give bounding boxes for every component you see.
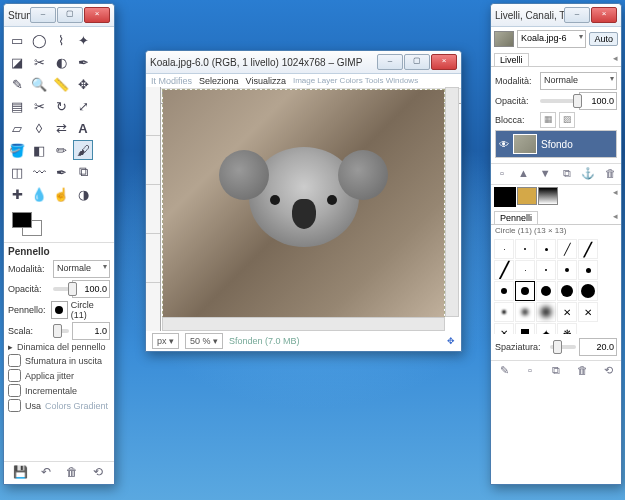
maximize-button[interactable]: ▢ xyxy=(57,7,83,23)
mode-dropdown[interactable]: Normale xyxy=(53,260,110,278)
wand-tool[interactable]: ✦ xyxy=(73,30,93,50)
edit-brush-icon[interactable]: ✎ xyxy=(497,364,511,378)
duplicate-layer-icon[interactable]: ⧉ xyxy=(560,167,574,181)
brush-item[interactable]: ✕ xyxy=(578,302,598,322)
close-button[interactable]: × xyxy=(431,54,457,70)
clone-tool[interactable]: ⧉ xyxy=(73,162,93,182)
unit-dropdown[interactable]: px ▾ xyxy=(152,333,179,349)
brush-item[interactable] xyxy=(515,260,535,280)
text-tool[interactable]: A xyxy=(73,118,93,138)
channel-tab-black[interactable] xyxy=(494,187,516,207)
flip-tool[interactable]: ⇄ xyxy=(51,118,71,138)
menu-select[interactable]: Seleziona xyxy=(199,76,239,86)
paintbrush-tool[interactable]: 🖌 xyxy=(73,140,93,160)
brush-item[interactable] xyxy=(557,281,577,301)
jitter-checkbox[interactable] xyxy=(8,369,21,382)
layer-row[interactable]: 👁 Sfondo xyxy=(496,131,616,157)
brush-item[interactable] xyxy=(536,302,556,322)
canvas[interactable] xyxy=(162,89,445,329)
toolbox-titlebar[interactable]: Strumenti – ▢ × xyxy=(4,4,114,27)
restore-options-icon[interactable]: ↶ xyxy=(39,465,53,479)
fade-checkbox[interactable] xyxy=(8,354,21,367)
brush-item[interactable] xyxy=(578,260,598,280)
new-brush-icon[interactable]: ▫ xyxy=(523,364,537,378)
brush-dynamics-expand[interactable]: ▸Dinamica del pennello xyxy=(8,342,110,352)
scissors-tool[interactable]: ✂ xyxy=(29,52,49,72)
image-select-dropdown[interactable]: Koala.jpg-6 xyxy=(517,30,586,48)
brush-item[interactable] xyxy=(515,302,535,322)
scrollbar-vertical[interactable] xyxy=(445,87,459,317)
brush-item[interactable] xyxy=(494,302,514,322)
airbrush-tool[interactable]: 〰 xyxy=(29,162,49,182)
brush-preview-icon[interactable] xyxy=(51,301,68,319)
brush-item[interactable] xyxy=(515,239,535,259)
tab-menu-icon[interactable]: ◂ xyxy=(613,53,618,66)
tab-layers[interactable]: Livelli xyxy=(494,53,529,66)
brush-item[interactable] xyxy=(557,260,577,280)
brush-item-selected[interactable] xyxy=(515,281,535,301)
brush-item[interactable]: ✕ xyxy=(557,302,577,322)
lock-alpha-icon[interactable]: ▨ xyxy=(559,112,575,128)
rect-select-tool[interactable]: ▭ xyxy=(7,30,27,50)
lasso-tool[interactable]: ⌇ xyxy=(51,30,71,50)
brush-item[interactable] xyxy=(536,281,556,301)
close-button[interactable]: × xyxy=(84,7,110,23)
anchor-layer-icon[interactable]: ⚓ xyxy=(581,167,595,181)
ink-tool[interactable]: ✒ xyxy=(51,162,71,182)
raise-layer-icon[interactable]: ▲ xyxy=(516,167,530,181)
color-select-tool[interactable]: ◪ xyxy=(7,52,27,72)
color-swatch[interactable] xyxy=(10,210,50,240)
scale-input[interactable] xyxy=(72,322,110,340)
minimize-button[interactable]: – xyxy=(564,7,590,23)
duplicate-brush-icon[interactable]: ⧉ xyxy=(549,364,563,378)
heal-tool[interactable]: ✚ xyxy=(7,184,27,204)
foreground-select-tool[interactable]: ◐ xyxy=(51,52,71,72)
refresh-brush-icon[interactable]: ⟲ xyxy=(601,364,615,378)
bucket-fill-tool[interactable]: 🪣 xyxy=(7,140,27,160)
dock-titlebar[interactable]: Livelli, Canali, Tracciati, Annulla – P.… xyxy=(491,4,621,27)
zoom-tool[interactable]: 🔍 xyxy=(29,74,49,94)
brush-item[interactable] xyxy=(515,323,535,334)
blur-tool[interactable]: 💧 xyxy=(29,184,49,204)
menu-view[interactable]: Visualizza xyxy=(246,76,286,86)
lower-layer-icon[interactable]: ▼ xyxy=(538,167,552,181)
nav-icon[interactable]: ✥ xyxy=(447,336,455,346)
visibility-eye-icon[interactable]: 👁 xyxy=(499,139,509,150)
lock-pixels-icon[interactable]: ▦ xyxy=(540,112,556,128)
delete-brush-icon[interactable]: 🗑 xyxy=(575,364,589,378)
pencil-tool[interactable]: ✏ xyxy=(51,140,71,160)
brush-item[interactable]: ❋ xyxy=(557,323,577,334)
brush-item[interactable]: ✕ xyxy=(494,323,514,334)
brush-item[interactable] xyxy=(536,260,556,280)
brush-item[interactable]: ✦ xyxy=(536,323,556,334)
perspective-tool[interactable]: ◊ xyxy=(29,118,49,138)
layer-opacity-input[interactable] xyxy=(579,92,617,110)
image-titlebar[interactable]: Koala.jpg-6.0 (RGB, 1 livello) 1024x768 … xyxy=(146,51,461,74)
scale-tool[interactable]: ⤢ xyxy=(73,96,93,116)
incremental-checkbox[interactable] xyxy=(8,384,21,397)
layer-name[interactable]: Sfondo xyxy=(541,139,573,150)
align-tool[interactable]: ▤ xyxy=(7,96,27,116)
scale-slider[interactable] xyxy=(53,329,69,333)
brush-item[interactable] xyxy=(494,281,514,301)
dodge-tool[interactable]: ◑ xyxy=(73,184,93,204)
auto-button[interactable]: Auto xyxy=(589,32,618,46)
save-options-icon[interactable]: 💾 xyxy=(13,465,27,479)
move-tool[interactable]: ✥ xyxy=(73,74,93,94)
brush-item[interactable]: ╱ xyxy=(557,239,577,259)
ruler-vertical[interactable] xyxy=(146,87,161,331)
maximize-button[interactable]: ▢ xyxy=(404,54,430,70)
layer-opacity-slider[interactable] xyxy=(540,99,576,103)
measure-tool[interactable]: 📏 xyxy=(51,74,71,94)
brush-item[interactable] xyxy=(494,239,514,259)
eraser-tool[interactable]: ◫ xyxy=(7,162,27,182)
crop-tool[interactable]: ✂ xyxy=(29,96,49,116)
minimize-button[interactable]: – xyxy=(30,7,56,23)
color-picker-tool[interactable]: ✎ xyxy=(7,74,27,94)
delete-layer-icon[interactable]: 🗑 xyxy=(603,167,617,181)
opacity-slider[interactable] xyxy=(53,287,69,291)
fg-color-swatch[interactable] xyxy=(12,212,32,228)
paths-tool[interactable]: ✒ xyxy=(73,52,93,72)
ellipse-select-tool[interactable]: ◯ xyxy=(29,30,49,50)
zoom-dropdown[interactable]: 50 % ▾ xyxy=(185,333,223,349)
